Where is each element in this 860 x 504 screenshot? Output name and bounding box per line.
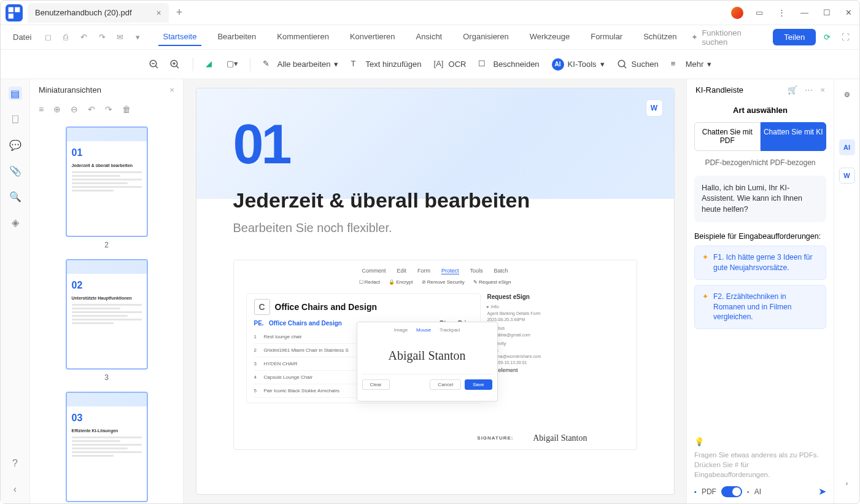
mail-icon[interactable]: ✉ <box>114 30 126 45</box>
left-rail: ▤ ⎕ 💬 📎 🔍 ◈ ? ‹ <box>1 79 30 503</box>
close-ai-icon[interactable]: × <box>820 85 825 95</box>
close-tab-icon[interactable]: × <box>157 8 161 18</box>
cart-icon[interactable]: 🛒 <box>788 85 797 95</box>
thumbnail[interactable]: 01 Jederzeit & überall bearbeiten <box>66 126 148 237</box>
layers-icon[interactable]: ◈ <box>9 215 22 229</box>
menu-bearbeiten[interactable]: Bearbeiten <box>212 28 261 46</box>
word-rail-icon[interactable]: W <box>839 168 855 184</box>
zoom-out-icon[interactable] <box>149 59 160 70</box>
minimize-icon[interactable]: — <box>798 6 811 20</box>
send-icon[interactable]: ➤ <box>818 486 826 497</box>
thumb-list-icon[interactable]: ≡ <box>39 104 44 114</box>
menubar: Datei ◻ ⎙ ↶ ↷ ✉ ▾ StartseiteBearbeitenKo… <box>1 25 859 50</box>
svg-line-7 <box>176 66 179 68</box>
thumb-zoomout-icon[interactable]: ⊖ <box>71 104 78 114</box>
ai-rail-icon[interactable]: AI <box>839 139 855 155</box>
thumb-zoomin-icon[interactable]: ⊕ <box>53 104 61 114</box>
user-avatar[interactable] <box>731 7 743 19</box>
maximize-icon[interactable]: ☐ <box>821 6 833 20</box>
menu-kommentieren[interactable]: Kommentieren <box>272 28 334 46</box>
search-button[interactable]: Suchen <box>617 59 659 70</box>
window-icon[interactable]: ▭ <box>753 6 765 20</box>
bookmark-icon[interactable]: ⎕ <box>9 112 22 126</box>
expand-icon[interactable]: ⛶ <box>839 30 852 45</box>
thumbnail[interactable]: 02 Unterstützte Hauptfunktionen <box>66 259 148 370</box>
tab-title: Benutzerhandbuch (20).pdf <box>35 8 132 17</box>
add-text-button[interactable]: T Text hinzufügen <box>351 59 421 70</box>
crop-button[interactable]: ☐ Beschneiden <box>478 59 539 70</box>
undo-icon[interactable]: ↶ <box>77 30 90 45</box>
menu-konvertieren[interactable]: Konvertieren <box>345 28 400 46</box>
footer-pdf-label: PDF <box>702 487 716 496</box>
chat-ai-tab[interactable]: Chatten Sie mit KI <box>761 122 827 151</box>
svg-rect-2 <box>9 14 14 18</box>
page-number: 01 <box>233 113 637 176</box>
thumbs-title: Miniaturansichten <box>39 85 101 95</box>
prompt-suggestion[interactable]: ✦F1. Ich hätte gerne 3 Ideen für gute Ne… <box>694 246 826 280</box>
thumb-delete-icon[interactable]: 🗑 <box>122 104 131 114</box>
share-button[interactable]: Teilen <box>773 29 816 45</box>
ai-input-placeholder[interactable]: Fragen Sie etwas anderes als zu PDFs. Dr… <box>694 450 826 479</box>
print-icon[interactable]: ⎙ <box>60 30 72 45</box>
open-icon[interactable]: ◻ <box>41 30 54 45</box>
menu-startseite[interactable]: Startseite <box>158 28 202 46</box>
chat-pdf-tab[interactable]: Chatten Sie mit PDF <box>694 122 761 151</box>
close-panel-icon[interactable]: × <box>169 85 174 95</box>
settings-icon[interactable]: ⚙ <box>839 87 855 103</box>
page-illustration: Comment Edit Form Protect Tools Batch ☐ … <box>233 260 637 450</box>
svg-line-4 <box>155 66 158 68</box>
edit-all-button[interactable]: ✎ Alle bearbeiten▾ <box>263 59 339 70</box>
prompt-suggestion[interactable]: ✦F2. Erzähltechniken in Romanen und in F… <box>694 285 826 329</box>
titlebar: Benutzerhandbuch (20).pdf × + ▭ ⋮ — ☐ ✕ <box>1 1 859 25</box>
menu-werkzeuge[interactable]: Werkzeuge <box>525 28 575 46</box>
crop-icon: ☐ <box>478 59 489 70</box>
footer-ai-label: AI <box>754 487 761 496</box>
more-button[interactable]: ≡ Mehr▾ <box>671 59 712 70</box>
zoom-in-icon[interactable] <box>169 59 180 70</box>
pdf-ai-toggle[interactable] <box>721 486 742 497</box>
idea-icon[interactable]: 💡 <box>694 437 826 446</box>
spark-icon: ✦ <box>702 292 708 302</box>
thumbnails-panel: Miniaturansichten × ≡ ⊕ ⊖ ↶ ↷ 🗑 01 Jeder… <box>30 79 184 503</box>
text-icon: T <box>351 59 362 70</box>
app-logo <box>6 4 23 21</box>
new-tab-button[interactable]: + <box>176 6 183 19</box>
close-window-icon[interactable]: ✕ <box>843 6 854 20</box>
ocr-icon: [A] <box>434 59 445 70</box>
expand-rail-icon[interactable]: › <box>839 475 855 491</box>
ai-prompts-label: Beispiele für Eingabeaufforderungen: <box>694 232 826 241</box>
search-icon <box>617 59 628 70</box>
comment-icon[interactable]: 💬 <box>9 138 22 152</box>
attachment-icon[interactable]: 📎 <box>9 164 22 177</box>
thumbnail[interactable]: 03 Effiziente KI-Lösungen <box>66 392 148 502</box>
ai-tools-button[interactable]: AI KI-Tools▾ <box>552 58 605 71</box>
search-panel-icon[interactable]: 🔍 <box>9 190 22 203</box>
menu-ansicht[interactable]: Ansicht <box>411 28 447 46</box>
ai-greeting: Hallo, ich bin Lumi, Ihr KI-Assistent. W… <box>694 176 826 223</box>
thumb-rotate-left-icon[interactable]: ↶ <box>88 104 95 114</box>
menu-dots-icon[interactable]: ⋮ <box>775 6 788 20</box>
menu-organisieren[interactable]: Organisieren <box>458 28 513 46</box>
sync-icon[interactable]: ⟳ <box>821 30 834 45</box>
chevron-down-icon[interactable]: ▾ <box>131 30 144 45</box>
ocr-button[interactable]: [A] OCR <box>434 59 467 70</box>
menu-schützen[interactable]: Schützen <box>638 28 681 46</box>
shape-icon[interactable]: ▢▾ <box>227 59 238 70</box>
function-search[interactable]: ✦ Funktionen suchen <box>691 28 761 47</box>
menu-file[interactable]: Datei <box>8 29 36 45</box>
thumb-rotate-right-icon[interactable]: ↷ <box>105 104 112 114</box>
svg-rect-1 <box>15 7 20 12</box>
svg-rect-0 <box>9 7 14 12</box>
ai-sidebar: KI-Randleiste 🛒 ⋯ × Art auswählen Chatte… <box>686 79 834 503</box>
menu-formular[interactable]: Formular <box>586 28 627 46</box>
ai-title: KI-Randleiste <box>695 85 743 95</box>
help-icon[interactable]: ? <box>9 457 22 470</box>
document-tab[interactable]: Benutzerhandbuch (20).pdf × <box>28 3 169 23</box>
thumbnails-icon[interactable]: ▤ <box>9 87 22 100</box>
page-headline: Jederzeit & überall bearbeiten <box>233 188 637 212</box>
collapse-icon[interactable]: ‹ <box>9 483 22 496</box>
page-canvas[interactable]: W 01 Jederzeit & überall bearbeiten Bear… <box>184 79 686 503</box>
highlighter-icon[interactable]: ◢ <box>206 59 217 70</box>
dots-icon[interactable]: ⋯ <box>805 85 813 95</box>
redo-icon[interactable]: ↷ <box>95 30 108 45</box>
